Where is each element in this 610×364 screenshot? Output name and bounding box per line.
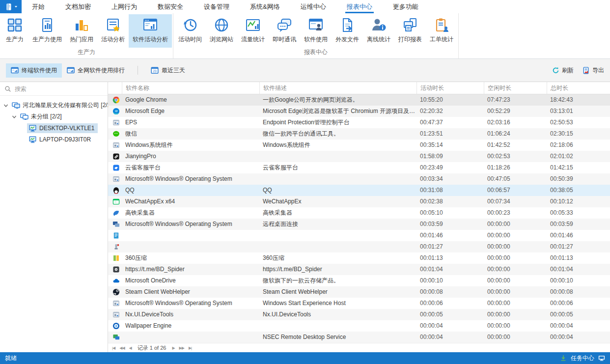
table-row[interactable]: QQQQ00:31:0800:06:5700:38:05 [108,185,610,196]
ribbon-button-label: 热门应用 [70,35,93,44]
ribbon-button[interactable]: 即时通讯 [269,14,300,48]
table-row[interactable]: 云雀客服平台云雀客服平台00:23:4901:18:2601:42:15 [108,162,610,173]
view-tab-1[interactable]: 终端软件使用 [6,63,62,78]
view-tab-3[interactable]: 最近三天 [146,63,190,78]
software-desc: Windows Start Experience Host [259,298,416,309]
software-name: QQ [122,185,259,196]
ribbon-button[interactable]: 活动时间 [174,14,206,48]
expander-chevron-icon[interactable] [3,103,9,109]
ribbon-button[interactable]: 工单统计 [426,14,457,48]
table-row[interactable]: 360压缩360压缩00:01:1300:00:0000:01:13 [108,252,610,264]
ribbon-button-label: 生产力使用 [32,35,62,44]
table-row[interactable]: Nx.UI.DeviceToolsNx.UI.DeviceTools00:00:… [108,309,610,320]
ribbon-button[interactable]: 流量统计 [237,14,269,48]
table-row[interactable]: Microsoft OneDrive微软旗下的一款云存储产品。00:00:100… [108,275,610,286]
table-row[interactable]: Windows系统组件Windows系统组件00:35:1401:42:5202… [108,140,610,151]
table-row[interactable]: 高铁采集器高铁采集器00:05:1000:00:2300:05:33 [108,207,610,219]
expander-chevron-icon[interactable] [11,114,17,120]
active-duration: 00:00:04 [416,332,484,343]
menu-item-3[interactable]: 上网行为 [101,0,147,13]
window-user-icon [308,17,324,33]
idle-duration: 00:00:23 [484,207,547,219]
pager-prev-1[interactable]: |◀ [112,346,115,350]
idle-duration: 00:00:00 [484,309,547,320]
menu-item-5[interactable]: 设备管理 [194,0,240,13]
menu-item-1[interactable]: 开始 [22,0,55,13]
table-row[interactable]: Microsoft® Windows® Operating System00:0… [108,173,610,185]
pager-next-2[interactable]: ▶▶ [179,346,184,350]
winapp-icon [112,311,120,318]
export-button[interactable]: 导出 [582,66,604,75]
table-row[interactable]: Wallpaper Engine00:00:0400:00:0000:00:04 [108,320,610,332]
table-row[interactable]: https://t.me/BD_Spiderhttps://t.me/BD_Sp… [108,264,610,275]
table-row[interactable]: 00:01:2700:00:0000:01:27 [108,241,610,252]
table-row[interactable]: Microsoft® Windows® Operating System远程桌面… [108,219,610,230]
ribbon-button[interactable]: 离线统计 [363,14,394,48]
status-text: 就绪 [5,354,17,363]
software-name: Microsoft® Windows® Operating System [122,173,259,185]
menu-item-8[interactable]: 报表中心 [336,0,383,13]
tree-node-3[interactable]: DESKTOP-VLKTLE1 [0,122,108,134]
ribbon-button[interactable]: 热门应用 [66,14,97,48]
table-row[interactable]: Microsoft® Windows® Operating SystemWind… [108,298,610,309]
statusbar: 就绪 任务中心 [0,352,610,364]
table-row[interactable]: EPSEndpoint Protection管理控制平台00:47:3702:0… [108,117,610,128]
tree-node-1[interactable]: 河北瀚星辰文化传媒有限公司 [2/2] [0,100,108,111]
active-duration: 00:00:10 [416,275,484,286]
column-header[interactable]: 总时长 [547,82,610,94]
menu-item-9[interactable]: 更多功能 [383,0,429,13]
device-icon [112,243,120,251]
table-row[interactable]: Steam Client WebHelperSteam Client WebHe… [108,286,610,298]
menu-item-2[interactable]: 文档加密 [55,0,101,13]
pager-prev-2[interactable]: ◀◀ [119,346,124,350]
pager-next-1[interactable]: ▶ [172,346,174,350]
tree-node-2[interactable]: 未分组 [2/2] [0,111,108,122]
table-row[interactable]: JianyingPro01:58:0900:02:5302:01:02 [108,151,610,162]
table-row[interactable]: 微信微信一款跨平台的通讯工具。01:23:5101:06:2402:30:15 [108,128,610,140]
menu-item-7[interactable]: 运维中心 [290,0,336,13]
search-input[interactable] [15,85,103,92]
column-header[interactable]: 软件描述 [259,82,416,94]
table-row[interactable]: 00:01:4600:00:0000:01:46 [108,230,610,241]
idle-duration: 00:02:53 [484,151,547,162]
idle-duration: 01:42:52 [484,140,547,151]
total-duration: 02:18:06 [547,140,610,151]
menu-item-4[interactable]: 数据安全 [147,0,194,13]
column-header[interactable]: 活动时长 [416,82,484,94]
app-icon-cell [108,94,122,106]
column-header[interactable]: 空闲时长 [484,82,547,94]
tray-monitor-icon[interactable] [598,355,605,362]
menu-item-6[interactable]: 系统&网络 [240,0,290,13]
ribbon-button[interactable]: 生产力 [1,14,28,48]
total-duration: 00:00:08 [547,286,610,298]
ribbon-button[interactable]: 生产力使用 [28,14,66,48]
tree-node-4[interactable]: LAPTOP-D9J3IT0R [0,134,108,145]
ribbon-button[interactable]: 打印报表 [394,14,426,48]
search-box[interactable] [0,82,108,96]
ribbon-button[interactable]: 软件活动分析 [129,14,172,48]
ribbon-button[interactable]: 活动分析 [97,14,129,48]
task-center-link[interactable]: 任务中心 [571,354,594,363]
table-row[interactable]: WeChatAppEx x64WeChatAppEx00:02:3800:07:… [108,196,610,207]
total-duration: 00:01:27 [547,241,610,252]
column-header[interactable]: 软件名称 [122,82,259,94]
ribbon-button[interactable]: 外发文件 [332,14,363,48]
refresh-button[interactable]: 刷新 [552,66,574,75]
ribbon-button[interactable]: 软件使用 [300,14,332,48]
software-desc [259,173,416,185]
idle-duration: 01:06:24 [484,128,547,140]
ribbon-button[interactable]: 浏览网站 [206,14,237,48]
software-desc: Endpoint Protection管理控制平台 [259,117,416,128]
table-row[interactable]: NSEC Remote Desktop Service00:00:0400:00… [108,332,610,343]
table-row[interactable]: Google Chrome一款Google公司开发的网页浏览器。10:55:20… [108,94,610,106]
pager-next-3[interactable]: ▶| [189,346,192,350]
download-icon[interactable] [560,355,567,362]
app-menu-button[interactable] [0,0,22,13]
total-duration: 00:01:13 [547,252,610,264]
total-duration: 02:50:53 [547,117,610,128]
view-tab-2[interactable]: 全网软件使用排行 [62,63,130,78]
ribbon-button-label: 浏览网站 [210,35,233,44]
table-row[interactable]: Microsoft EdgeMicrosoft Edge浏览器是微软基于 Chr… [108,106,610,117]
software-name: Microsoft Edge [122,106,259,117]
pager-prev-3[interactable]: ◀ [129,346,132,350]
